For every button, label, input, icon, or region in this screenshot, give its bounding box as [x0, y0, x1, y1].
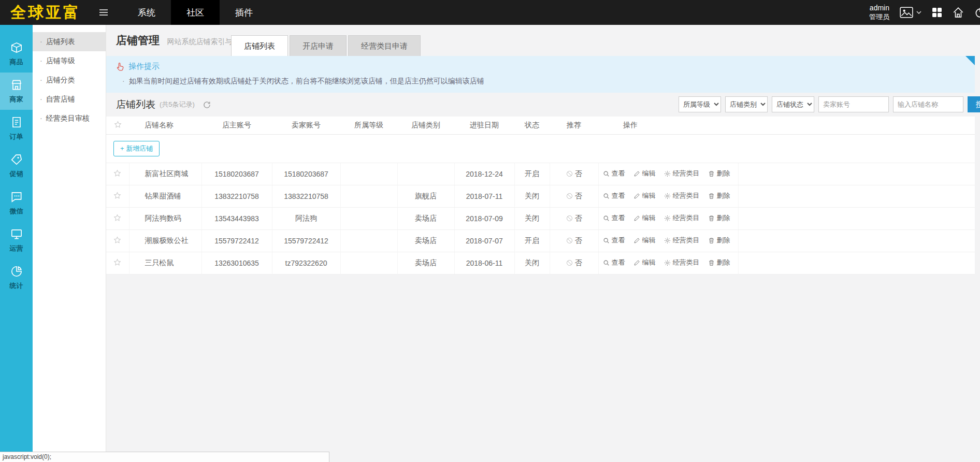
action-edit-button[interactable]: 编辑	[633, 213, 656, 223]
cell-shop-name: 阿法狗数码	[129, 207, 201, 229]
action-category-button[interactable]: 经营类目	[664, 213, 700, 223]
action-view-button[interactable]: 查看	[603, 213, 625, 223]
gear-icon	[664, 237, 671, 244]
cell-grade	[340, 163, 397, 185]
user-name: admin	[869, 4, 889, 13]
sidebar-module-order[interactable]: 订单	[0, 110, 33, 147]
shop-table-card: 店铺名称店主账号卖家账号所属等级店铺类别进驻日期状态推荐操作 + 新增店铺 新富…	[106, 117, 975, 275]
action-view-button[interactable]: 查看	[603, 258, 625, 267]
cell-favorite[interactable]	[106, 229, 129, 252]
gear-icon	[664, 259, 671, 266]
operation-tip-box: 操作提示 如果当前时间超过店铺有效期或店铺处于关闭状态，前台将不能继续浏览该店铺…	[106, 56, 975, 93]
sidebar-module-label: 微信	[10, 207, 23, 216]
cell-favorite[interactable]	[106, 185, 129, 207]
filter-select-status[interactable]: 店铺状态	[772, 96, 814, 112]
recommend-text: 否	[575, 169, 582, 178]
cell-favorite[interactable]	[106, 163, 129, 185]
action-view-button[interactable]: 查看	[603, 169, 625, 178]
action-label: 查看	[612, 169, 625, 178]
action-edit-button[interactable]: 编辑	[633, 169, 656, 178]
action-label: 删除	[717, 258, 730, 267]
add-shop-button[interactable]: + 新增店铺	[113, 141, 160, 156]
action-category-button[interactable]: 经营类目	[664, 169, 700, 178]
action-category-button[interactable]: 经营类目	[664, 258, 700, 267]
col-header-0	[106, 117, 129, 134]
refresh-icon[interactable]	[203, 101, 211, 109]
cell-shop-name: 钻果甜酒铺	[129, 185, 201, 207]
submenu-item-shop-list[interactable]: 店铺列表	[33, 32, 106, 51]
action-delete-button[interactable]: 删除	[708, 258, 730, 267]
shop-table-row: 阿法狗数码13543443983阿法狗卖场店2018-07-09关闭否查看编辑经…	[106, 207, 975, 229]
home-icon[interactable]	[953, 7, 964, 18]
sidebar-module-stats[interactable]: 统计	[0, 259, 33, 296]
action-view-button[interactable]: 查看	[603, 236, 625, 245]
search-button[interactable]: 搜索	[968, 96, 980, 112]
sidebar-module-operation[interactable]: 运营	[0, 222, 33, 259]
avatar-dropdown[interactable]	[900, 7, 921, 18]
cell-grade	[340, 207, 397, 229]
page-tabs: 店铺列表开店申请经营类目申请	[231, 35, 422, 56]
cell-seller-account: 15579722412	[272, 229, 340, 252]
cell-filler	[738, 163, 975, 185]
shop-name-input[interactable]	[893, 96, 963, 112]
tab-category-apply[interactable]: 经营类目申请	[348, 35, 421, 56]
tip-corner-icon[interactable]	[965, 56, 975, 65]
topbar-right: admin 管理员	[869, 4, 980, 21]
action-category-button[interactable]: 经营类目	[664, 191, 700, 200]
submenu-item-self-shop[interactable]: 自营店铺	[33, 90, 106, 109]
action-delete-button[interactable]: 删除	[708, 169, 730, 178]
filter-select-grade[interactable]: 所属等级	[679, 96, 721, 112]
cell-actions: 查看编辑经营类目删除	[598, 229, 738, 252]
action-view-button[interactable]: 查看	[603, 191, 625, 200]
action-label: 经营类目	[673, 169, 700, 178]
tab-open-apply[interactable]: 开店申请	[290, 35, 347, 56]
top-nav-system[interactable]: 系统	[122, 0, 171, 25]
cell-seller-account: tz792322620	[272, 252, 340, 274]
list-toolbar: 店铺列表 (共5条记录) 所属等级店铺类别店铺状态 搜索	[106, 93, 980, 117]
cell-favorite[interactable]	[106, 207, 129, 229]
submenu-item-shop-category[interactable]: 店铺分类	[33, 70, 106, 90]
cell-actions: 查看编辑经营类目删除	[598, 252, 738, 274]
filter-bar: 所属等级店铺类别店铺状态 搜索	[679, 96, 980, 112]
sidebar-module-label: 商品	[10, 57, 23, 67]
top-nav-plugins[interactable]: 插件	[220, 0, 268, 25]
cell-favorite[interactable]	[106, 252, 129, 274]
cell-recommend: 否	[550, 163, 598, 185]
cell-status: 关闭	[514, 207, 550, 229]
tip-title: 操作提示	[128, 62, 160, 71]
action-delete-button[interactable]: 删除	[708, 236, 730, 245]
action-edit-button[interactable]: 编辑	[633, 191, 656, 200]
user-menu[interactable]: admin 管理员	[869, 4, 889, 21]
sidebar-module-goods[interactable]: 商品	[0, 35, 33, 73]
star-icon	[113, 214, 121, 222]
top-nav-community[interactable]: 社区	[171, 0, 220, 25]
search-icon	[603, 237, 610, 244]
seller-account-input[interactable]	[818, 96, 889, 112]
action-delete-button[interactable]: 删除	[708, 191, 730, 200]
cell-join-date: 2018-07-11	[454, 185, 514, 207]
sidebar-module-merchant[interactable]: 商家	[0, 73, 33, 110]
col-header-4: 所属等级	[340, 117, 397, 134]
tab-shop-list[interactable]: 店铺列表	[231, 35, 288, 56]
action-delete-button[interactable]: 删除	[708, 213, 730, 223]
power-icon[interactable]	[974, 7, 980, 18]
cell-status: 关闭	[514, 185, 550, 207]
top-nav: 系统社区插件	[122, 0, 268, 25]
sidebar-module-wechat[interactable]: 微信	[0, 184, 33, 222]
cell-shop-category	[397, 163, 454, 185]
action-edit-button[interactable]: 编辑	[633, 236, 656, 245]
cell-owner-account: 13543443983	[201, 207, 272, 229]
chevron-down-icon	[916, 11, 921, 14]
action-category-button[interactable]: 经营类目	[664, 236, 700, 245]
filter-select-category[interactable]: 店铺类别	[725, 96, 768, 112]
sidebar-module-promotion[interactable]: 促销	[0, 147, 33, 184]
submenu-item-category-audit[interactable]: 经营类目审核	[33, 109, 106, 128]
cell-join-date: 2018-12-24	[454, 163, 514, 185]
action-edit-button[interactable]: 编辑	[633, 258, 656, 267]
col-header-5: 店铺类别	[397, 117, 454, 134]
modules-icon[interactable]	[932, 7, 942, 18]
col-header-1: 店铺名称	[129, 117, 201, 134]
menu-toggle-button[interactable]	[93, 9, 114, 16]
submenu-item-shop-grade[interactable]: 店铺等级	[33, 51, 106, 70]
col-header-filler	[738, 117, 975, 134]
